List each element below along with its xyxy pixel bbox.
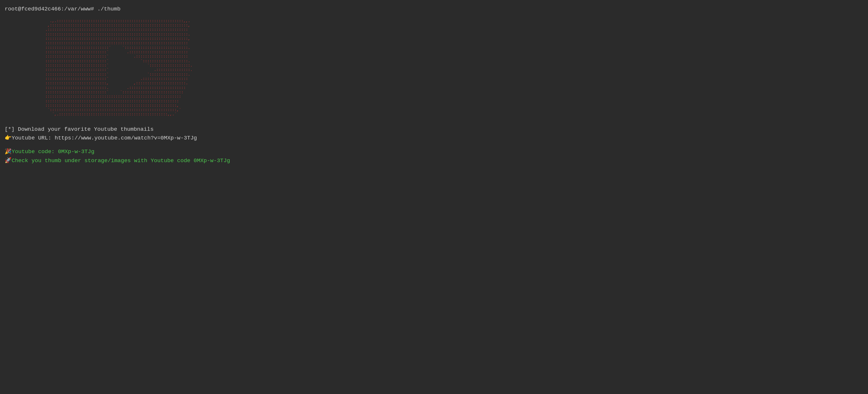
ascii-line: ::::::::::::::::::::::::::::::::::::::::… bbox=[45, 37, 863, 41]
check-prefix: 🚀Check you thumb under storage/images wi… bbox=[5, 158, 194, 164]
prompt-line: root@fced9d42c466:/var/www# ./thumb bbox=[5, 5, 863, 13]
ascii-line: :::::::::::::::::::::::::::` .::::::::::… bbox=[45, 50, 863, 54]
ascii-line: :::::::::::::::::::::::::::, ,::::::::::… bbox=[45, 81, 863, 85]
ascii-line: :::::::::::::::::::::::::::` `::::::::::… bbox=[45, 59, 863, 63]
code-section: 🎉Youtube code: 0MXp-w-3TJg 🚀Check you th… bbox=[5, 148, 863, 165]
ascii-line: :::::::::::::::::::::::::::` `::::::::::… bbox=[45, 63, 863, 68]
url-line: 👉Youtube URL: https://www.youtube.com/wa… bbox=[5, 134, 863, 142]
terminal-window: root@fced9d42c466:/var/www# ./thumb .,.:… bbox=[0, 3, 868, 167]
ascii-line: :::::::::::::::::::::::::::` `::::::::::… bbox=[45, 90, 863, 94]
ascii-line: :::::::::::::::::::::::::::` .::::::::::… bbox=[45, 68, 863, 72]
ascii-line: :::::::::::::::::::::::::::` .::::::::::… bbox=[45, 54, 863, 59]
url-value: https://www.youtube.com/watch?v=0MXp-w-3… bbox=[55, 135, 197, 141]
ascii-line: ::::::::::::::::::::::::::::::::::::::::… bbox=[45, 99, 863, 104]
info-section: [*] Download your favorite Youtube thumb… bbox=[5, 125, 863, 142]
prompt-text: root@fced9d42c466:/var/www# ./thumb bbox=[5, 6, 121, 12]
ascii-line: :::::::::::::::::::::::::::. .::::::::::… bbox=[45, 86, 863, 90]
ascii-line: .:::::::::::::::::::::::::::::::::::::::… bbox=[45, 28, 863, 32]
ascii-line: ::::::::::::::::::::::::::::` `:::::::::… bbox=[45, 46, 863, 50]
ascii-line: ,:::::::::::::::::::::::::::::::::::::::… bbox=[45, 23, 863, 28]
ascii-art: .,.:::::::::::::::::::::::::::::::::::::… bbox=[45, 19, 863, 117]
url-prefix: 👉Youtube URL: bbox=[5, 135, 55, 141]
ascii-line: :::::::::::::::::::::::::::` `::::::::::… bbox=[45, 72, 863, 77]
check-line: 🚀Check you thumb under storage/images wi… bbox=[5, 157, 863, 165]
code-value: 0MXp-w-3TJg bbox=[58, 148, 94, 155]
ascii-line: `,.:::::::::::::::::::::::::::::::::::::… bbox=[45, 112, 863, 116]
download-label: [*] Download your favorite Youtube thumb… bbox=[5, 125, 863, 133]
ascii-line: ::::::::::::::::::::::::::::::::::::::::… bbox=[45, 104, 863, 108]
check-code: 0MXp-w-3TJg bbox=[194, 158, 230, 164]
youtube-code-line: 🎉Youtube code: 0MXp-w-3TJg bbox=[5, 148, 863, 156]
ascii-line: :::::::::::::::::::::::::::` .::::::::::… bbox=[45, 77, 863, 81]
ascii-line: `:::::::::::::::::::::::::::::::::::::::… bbox=[45, 108, 863, 112]
ascii-line: ::::::::::::::::::::::::::::::::::::::::… bbox=[45, 94, 863, 99]
ascii-line: ::::::::::::::::::::::::::::::::::::::::… bbox=[45, 41, 863, 45]
ascii-line: .,.:::::::::::::::::::::::::::::::::::::… bbox=[45, 19, 863, 23]
code-prefix: 🎉Youtube code: bbox=[5, 148, 58, 155]
ascii-line: ::::::::::::::::::::::::::::::::::::::::… bbox=[45, 32, 863, 37]
